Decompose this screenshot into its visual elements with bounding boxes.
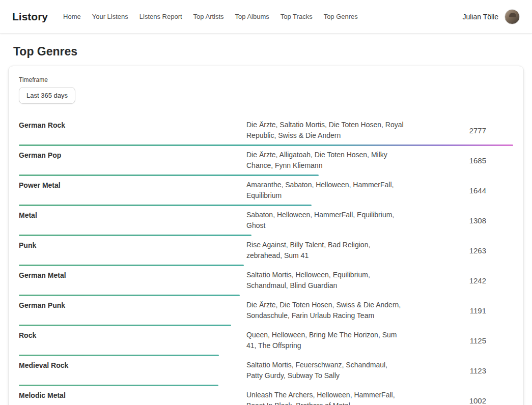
- genre-count: 1308: [405, 210, 513, 231]
- genre-row: German Pop Die Ärzte, Alligatoah, Die To…: [19, 146, 513, 176]
- genre-count: 1191: [405, 300, 513, 321]
- genre-name: German Punk: [19, 300, 246, 321]
- genre-row: Power Metal Amaranthe, Sabaton, Hellowee…: [19, 176, 513, 206]
- genre-count: 2777: [405, 120, 513, 141]
- genre-table: German Rock Die Ärzte, Saltatio Mortis, …: [19, 116, 513, 405]
- genre-name: Rock: [19, 330, 246, 351]
- genre-name: German Rock: [19, 120, 246, 141]
- genre-name: Melodic Metal: [19, 390, 246, 405]
- nav-item-home[interactable]: Home: [63, 13, 81, 20]
- genre-row: Rock Queen, Helloween, Bring Me The Hori…: [19, 326, 513, 356]
- genre-count: 1242: [405, 270, 513, 291]
- genre-count: 1644: [405, 180, 513, 201]
- genre-count: 1123: [405, 360, 513, 381]
- user-name: Julian Tölle: [462, 13, 498, 21]
- genre-row: Medieval Rock Saltatio Mortis, Feuerschw…: [19, 356, 513, 386]
- genre-row: Metal Sabaton, Helloween, HammerFall, Eq…: [19, 206, 513, 236]
- genre-artists: Unleash The Archers, Helloween, HammerFa…: [246, 390, 405, 405]
- genre-artists: Die Ärzte, Alligatoah, Die Toten Hosen, …: [246, 150, 405, 171]
- nav-item-your-listens[interactable]: Your Listens: [92, 13, 128, 20]
- genre-name: Punk: [19, 240, 246, 261]
- genre-row: German Rock Die Ärzte, Saltatio Mortis, …: [19, 116, 513, 146]
- genre-name: Medieval Rock: [19, 360, 246, 381]
- genre-artists: Sabaton, Helloween, HammerFall, Equilibr…: [246, 210, 405, 231]
- genre-artists: Saltatio Mortis, Helloween, Equilibrium,…: [246, 270, 405, 291]
- genre-name: German Metal: [19, 270, 246, 291]
- genre-row: Punk Rise Against, Billy Talent, Bad Rel…: [19, 236, 513, 266]
- nav-menu: Home Your Listens Listens Report Top Art…: [63, 13, 462, 20]
- top-nav: Listory Home Your Listens Listens Report…: [0, 0, 532, 34]
- genre-name: German Pop: [19, 150, 246, 171]
- genre-count: 1002: [405, 390, 513, 405]
- genre-artists: Rise Against, Billy Talent, Bad Religion…: [246, 240, 405, 261]
- user-menu[interactable]: Julian Tölle: [462, 9, 520, 24]
- genre-name: Power Metal: [19, 180, 246, 201]
- genre-row: German Metal Saltatio Mortis, Helloween,…: [19, 266, 513, 296]
- avatar[interactable]: [505, 9, 520, 24]
- timeframe-label: Timeframe: [19, 76, 513, 83]
- app-logo[interactable]: Listory: [12, 11, 48, 23]
- nav-item-top-genres[interactable]: Top Genres: [324, 13, 358, 20]
- nav-item-listens-report[interactable]: Listens Report: [139, 13, 182, 20]
- genre-artists: Die Ärzte, Saltatio Mortis, Die Toten Ho…: [246, 120, 405, 141]
- timeframe-select[interactable]: Last 365 days: [19, 87, 75, 104]
- genre-artists: Queen, Helloween, Bring Me The Horizon, …: [246, 330, 405, 351]
- genre-count: 1263: [405, 240, 513, 261]
- top-genres-card: Timeframe Last 365 days German Rock Die …: [8, 66, 524, 405]
- nav-item-top-tracks[interactable]: Top Tracks: [281, 13, 313, 20]
- nav-item-top-artists[interactable]: Top Artists: [193, 13, 224, 20]
- nav-item-top-albums[interactable]: Top Albums: [235, 13, 269, 20]
- genre-artists: Saltatio Mortis, Feuerschwanz, Schandmau…: [246, 360, 405, 381]
- genre-row: Melodic Metal Unleash The Archers, Hello…: [19, 386, 513, 405]
- genre-row: German Punk Die Ärzte, Die Toten Hosen, …: [19, 296, 513, 326]
- genre-artists: Amaranthe, Sabaton, Helloween, HammerFal…: [246, 180, 405, 201]
- genre-count: 1685: [405, 150, 513, 171]
- genre-artists: Die Ärzte, Die Toten Hosen, Swiss & Die …: [246, 300, 405, 321]
- genre-count: 1125: [405, 330, 513, 351]
- genre-name: Metal: [19, 210, 246, 231]
- page-title: Top Genres: [13, 45, 532, 59]
